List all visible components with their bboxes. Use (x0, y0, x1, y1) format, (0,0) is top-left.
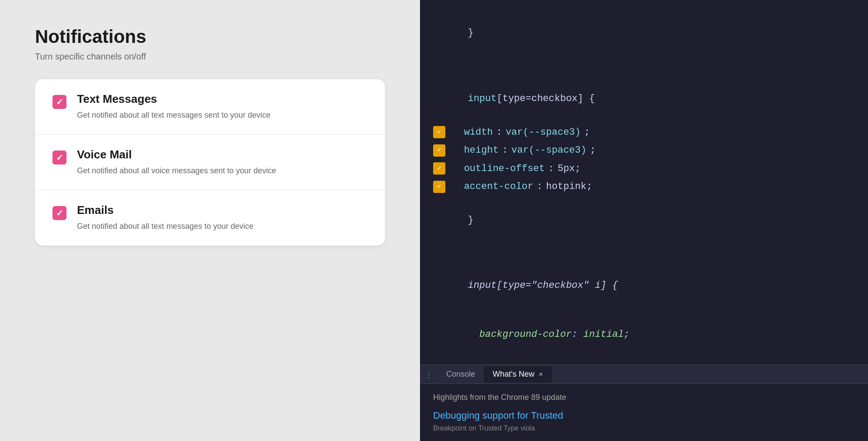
notification-item-text-messages: ✓ Text Messages Get notified about all t… (35, 79, 385, 135)
text-messages-checkbox[interactable]: ✓ (52, 95, 66, 109)
code-line-empty1 (433, 58, 855, 74)
code-editor: } input[type=checkbox] { ✓ width: var(--… (420, 0, 868, 364)
code-line-selector2: input[type="checkbox" i] { (433, 261, 855, 310)
css-checkbox-outline[interactable]: ✓ (433, 162, 445, 175)
tab-whats-new[interactable]: What's New × (484, 366, 552, 382)
emails-desc: Get notified about all text messages to … (77, 220, 253, 232)
checkbox-container: ✓ (52, 206, 66, 220)
whats-new-subtitle: Highlights from the Chrome 89 update (433, 393, 855, 402)
css-checkbox-accent[interactable]: ✓ (433, 181, 445, 193)
devtools-panel: } input[type=checkbox] { ✓ width: var(--… (420, 0, 868, 441)
code-line-brace2: } (433, 196, 855, 245)
page-title: Notifications (35, 26, 385, 47)
checkbox-container: ✓ (52, 95, 66, 109)
voice-mail-checkbox[interactable]: ✓ (52, 150, 66, 164)
text-messages-text: Text Messages Get notified about all tex… (77, 92, 270, 121)
whats-new-content: Highlights from the Chrome 89 update Deb… (420, 384, 868, 441)
code-line-width: ✓ width: var(--space3); (433, 123, 855, 141)
code-line-height: ✓ height: var(--space3); (433, 141, 855, 159)
css-checkbox-height[interactable]: ✓ (433, 144, 445, 157)
code-line-accent: ✓ accent-color: hotpink; (433, 178, 855, 196)
code-line-brace1: } (433, 9, 855, 58)
css-checkbox-width[interactable]: ✓ (433, 126, 445, 138)
tab-close-icon[interactable]: × (539, 371, 543, 378)
page-subtitle: Turn specific channels on/off (35, 52, 385, 62)
checkbox-container: ✓ (52, 150, 66, 164)
voice-mail-label: Voice Mail (77, 148, 276, 161)
code-line-cursor: cursor: default; (433, 359, 855, 364)
code-line-bg-color: background-color: initial; (433, 310, 855, 359)
devtools-tab-bar: ⋮ Console What's New × (420, 365, 868, 384)
voice-mail-text: Voice Mail Get notified about all voice … (77, 148, 276, 177)
text-messages-label: Text Messages (77, 92, 270, 106)
notification-item-emails: ✓ Emails Get notified about all text mes… (35, 190, 385, 245)
emails-checkbox[interactable]: ✓ (52, 206, 66, 220)
emails-label: Emails (77, 203, 253, 217)
tab-console[interactable]: Console (438, 366, 484, 382)
text-messages-desc: Get notified about all text messages sen… (77, 109, 270, 121)
whats-new-desc: Breakpoint on Trusted Type viola (433, 424, 855, 432)
notifications-card: ✓ Text Messages Get notified about all t… (35, 79, 385, 245)
devtools-bottom-bar: ⋮ Console What's New × Highlights from t… (420, 364, 868, 441)
notifications-panel: Notifications Turn specific channels on/… (0, 0, 420, 441)
code-line-selector1: input[type=checkbox] { (433, 74, 855, 123)
code-line-empty2 (433, 245, 855, 261)
code-line-outline: ✓ outline-offset: 5px; (433, 160, 855, 178)
voice-mail-desc: Get notified about all voice messages se… (77, 165, 276, 177)
notification-item-voice-mail: ✓ Voice Mail Get notified about all voic… (35, 135, 385, 190)
more-options-icon[interactable]: ⋮ (424, 369, 433, 380)
whats-new-link[interactable]: Debugging support for Trusted (433, 410, 563, 421)
emails-text: Emails Get notified about all text messa… (77, 203, 253, 232)
